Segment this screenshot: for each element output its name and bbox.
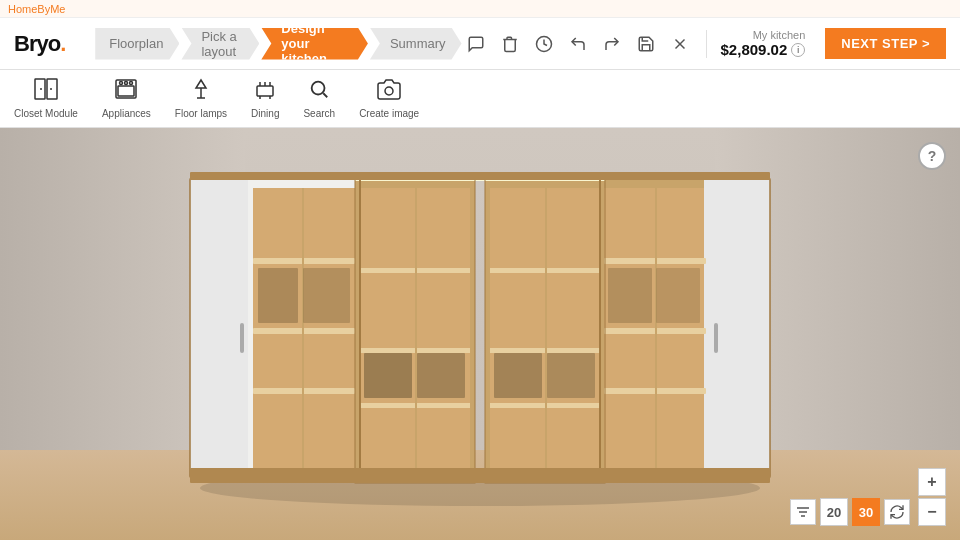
header-actions: My kitchen $2,809.02 i NEXT STEP <box>464 28 946 59</box>
camera-icon <box>377 78 401 105</box>
svg-point-9 <box>120 82 123 85</box>
next-step-button[interactable]: NEXT STEP <box>825 28 946 59</box>
svg-rect-57 <box>608 268 652 323</box>
appliances-icon <box>114 78 138 105</box>
info-icon[interactable]: i <box>791 43 805 57</box>
search-label: Search <box>303 108 335 119</box>
price-amount: $2,809.02 <box>721 41 788 58</box>
svg-rect-8 <box>118 86 134 96</box>
help-button[interactable]: ? <box>918 142 946 170</box>
svg-rect-52 <box>704 178 770 478</box>
trash-icon[interactable] <box>498 32 522 56</box>
nav-step-floorplan-label: Floorplan <box>109 36 163 51</box>
rotate-icon[interactable] <box>884 499 910 525</box>
close-icon[interactable] <box>668 32 692 56</box>
svg-point-22 <box>385 87 393 95</box>
chat-icon[interactable] <box>464 32 488 56</box>
appliances-label: Appliances <box>102 108 151 119</box>
nav-step-floorplan[interactable]: Floorplan <box>95 28 179 60</box>
canvas-area: ? + − 20 30 <box>0 128 960 540</box>
view-2d-button[interactable]: 20 <box>820 498 848 526</box>
svg-point-11 <box>130 82 133 85</box>
svg-line-21 <box>324 93 328 97</box>
homebyme-link[interactable]: HomeByMe <box>8 3 65 15</box>
toolbar: Closet Module Appliances Floor lamps <box>0 70 960 128</box>
svg-rect-49 <box>547 353 595 398</box>
svg-rect-60 <box>240 323 244 353</box>
svg-rect-68 <box>190 468 770 483</box>
save-icon[interactable] <box>634 32 658 56</box>
svg-rect-58 <box>656 268 700 323</box>
floor-lamps-icon <box>189 78 213 105</box>
kitchen-render <box>140 138 820 508</box>
svg-rect-32 <box>258 268 298 323</box>
toolbar-search[interactable]: Search <box>303 78 335 119</box>
toolbar-floor-lamps[interactable]: Floor lamps <box>175 78 227 119</box>
nav-steps: Floorplan Pick a layout Design your kitc… <box>95 28 463 60</box>
nav-step-summary-label: Summary <box>390 36 446 51</box>
create-image-label: Create image <box>359 108 419 119</box>
logo: Bryo. <box>14 31 65 57</box>
dining-label: Dining <box>251 108 279 119</box>
closet-module-icon <box>34 78 58 105</box>
dining-icon <box>253 78 277 105</box>
floor-lamps-label: Floor lamps <box>175 108 227 119</box>
price-section: My kitchen $2,809.02 i <box>721 29 806 58</box>
svg-point-20 <box>312 82 325 95</box>
toolbar-create-image[interactable]: Create image <box>359 78 419 119</box>
toolbar-appliances[interactable]: Appliances <box>102 78 151 119</box>
nav-step-design-kitchen-label: Design your kitchen <box>281 21 352 66</box>
zoom-in-button[interactable]: + <box>918 468 946 496</box>
svg-rect-33 <box>303 268 350 323</box>
top-bar: HomeByMe <box>0 0 960 18</box>
undo-icon[interactable] <box>566 32 590 56</box>
toolbar-dining[interactable]: Dining <box>251 78 279 119</box>
svg-rect-41 <box>417 353 465 398</box>
svg-rect-69 <box>190 172 770 180</box>
my-kitchen-label: My kitchen <box>721 29 806 41</box>
search-icon <box>308 78 330 105</box>
nav-step-pick-layout[interactable]: Pick a layout <box>181 28 259 60</box>
toolbar-closet-module[interactable]: Closet Module <box>14 78 78 119</box>
header: Bryo. Floorplan Pick a layout Design you… <box>0 18 960 70</box>
zoom-controls: + − <box>918 468 946 526</box>
filter-icon[interactable] <box>790 499 816 525</box>
closet-module-label: Closet Module <box>14 108 78 119</box>
svg-rect-40 <box>364 353 412 398</box>
nav-step-pick-layout-label: Pick a layout <box>201 29 243 59</box>
price-value: $2,809.02 i <box>721 41 806 58</box>
separator <box>706 30 707 58</box>
zoom-out-button[interactable]: − <box>918 498 946 526</box>
svg-point-10 <box>125 82 128 85</box>
svg-rect-14 <box>257 86 273 96</box>
redo-icon[interactable] <box>600 32 624 56</box>
logo-dot: . <box>60 31 65 56</box>
view-toggle: 20 30 <box>790 498 910 526</box>
nav-step-summary[interactable]: Summary <box>370 28 462 60</box>
history-icon[interactable] <box>532 32 556 56</box>
nav-step-design-kitchen[interactable]: Design your kitchen <box>261 28 368 60</box>
svg-rect-61 <box>714 323 718 353</box>
view-3d-button[interactable]: 30 <box>852 498 880 526</box>
svg-rect-48 <box>494 353 542 398</box>
